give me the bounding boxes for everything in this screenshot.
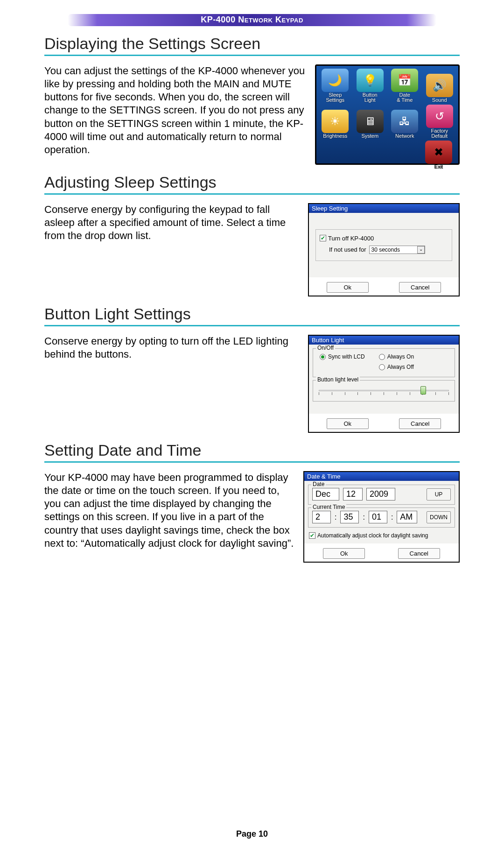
down-button: DOWN <box>427 511 451 523</box>
close-icon: ✖ <box>425 141 452 164</box>
text-button-light: Conserve energy by opting to turn off th… <box>44 335 299 361</box>
date-group-label: Date <box>311 481 326 487</box>
ok-button: Ok <box>323 548 365 559</box>
network-icon: 🖧 <box>391 110 418 133</box>
settings-cell-date-time: 📅Date & Time <box>389 69 421 103</box>
ok-button: Ok <box>327 282 369 293</box>
heading-displaying-settings: Displaying the Settings Screen <box>44 35 460 56</box>
settings-cell-network: 🖧Network <box>389 105 421 139</box>
ok-button: Ok <box>327 418 369 429</box>
settings-cell-button-light: 💡Button Light <box>354 69 386 103</box>
settings-cell-sound: 🔊Sound <box>424 69 456 103</box>
page-number: Page 10 <box>0 829 504 839</box>
button-light-dialog-screenshot: Button Light On/Off Sync with LCD Always… <box>308 335 460 433</box>
cancel-button: Cancel <box>399 282 441 293</box>
settings-cell-exit: ✖Exit <box>422 141 455 169</box>
bulb-icon: 💡 <box>357 69 384 92</box>
radio-sync-lcd: Sync with LCD <box>320 353 365 360</box>
light-level-label: Button light level <box>316 376 360 383</box>
sun-icon: ☀ <box>322 110 349 133</box>
speaker-icon: 🔊 <box>426 74 453 97</box>
heading-sleep-settings: Adjusting Sleep Settings <box>44 173 460 195</box>
minute-field: 35 <box>340 511 359 523</box>
calendar-icon: 📅 <box>391 69 418 92</box>
onoff-group-label: On/Off <box>316 345 335 351</box>
hour-field: 2 <box>312 511 331 523</box>
settings-grid-screenshot: 🌙Sleep Settings 💡Button Light 📅Date & Ti… <box>315 64 460 165</box>
year-field: 2009 <box>366 488 395 501</box>
cancel-button: Cancel <box>398 548 440 559</box>
monitor-icon: 🖥 <box>357 110 384 133</box>
cancel-button: Cancel <box>399 418 441 429</box>
slider-thumb <box>420 386 426 395</box>
if-not-used-label: If not used for <box>329 246 366 253</box>
heading-button-light: Button Light Settings <box>44 305 460 326</box>
light-level-slider <box>319 386 449 396</box>
date-time-title: Date & Time <box>304 472 459 481</box>
page-banner: KP-4000 Network Keypad <box>68 14 436 26</box>
text-displaying-settings: You can adjust the settings of the KP-40… <box>44 64 306 156</box>
sleep-timeout-select: 30 seconds⌄ <box>369 246 425 254</box>
radio-always-off: Always Off <box>379 364 414 370</box>
date-time-dialog-screenshot: Date & Time Date Dec 12 2009 UP Current … <box>303 471 460 563</box>
second-field: 01 <box>369 511 387 523</box>
day-field: 12 <box>343 488 363 501</box>
chevron-down-icon: ⌄ <box>417 246 425 254</box>
settings-cell-sleep: 🌙Sleep Settings <box>319 69 351 103</box>
moon-icon: 🌙 <box>322 69 349 92</box>
heading-date-time: Setting Date and Time <box>44 441 460 463</box>
reset-icon: ↺ <box>426 105 453 128</box>
sleep-dialog-title: Sleep Setting <box>309 204 459 213</box>
button-light-title: Button Light <box>309 336 459 345</box>
sleep-dialog-screenshot: Sleep Setting ✔Turn off KP-4000 If not u… <box>308 203 460 296</box>
text-date-time: Your KP-4000 may have been programmed to… <box>44 471 294 550</box>
settings-cell-brightness: ☀Brightness <box>319 105 351 139</box>
time-group-label: Current Time <box>311 504 346 510</box>
dst-checkbox: ✔Automatically adjust clock for daylight… <box>309 532 428 539</box>
up-button: UP <box>427 488 451 501</box>
text-sleep-settings: Conserve energy by configuring the keypa… <box>44 203 299 242</box>
settings-cell-system: 🖥System <box>354 105 386 139</box>
month-field: Dec <box>312 488 339 501</box>
radio-always-on: Always On <box>379 353 414 360</box>
ampm-field: AM <box>397 511 417 523</box>
turnoff-checkbox: ✔Turn off KP-4000 <box>320 235 374 242</box>
settings-cell-factory: ↺Factory Default <box>424 105 456 139</box>
